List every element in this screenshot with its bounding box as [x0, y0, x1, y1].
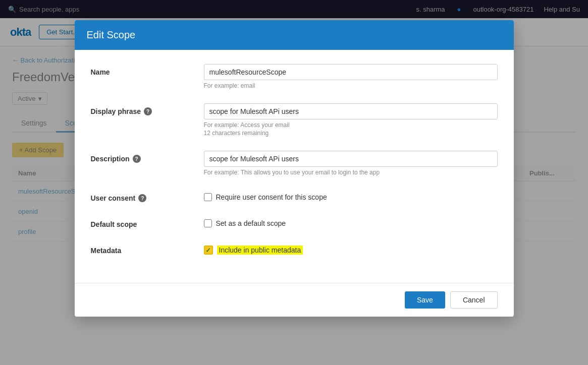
user-consent-checkbox[interactable]	[204, 193, 212, 201]
description-field: For example: This allows you to use your…	[204, 151, 498, 176]
description-help-icon[interactable]: ?	[133, 155, 141, 163]
display-phrase-hint1: For example: Access your email	[204, 121, 498, 129]
name-input[interactable]	[204, 64, 498, 80]
display-phrase-field-row: Display phrase ? For example: Access you…	[91, 103, 498, 137]
default-scope-checkbox-label: Set as a default scope	[216, 219, 286, 227]
name-field: For example: email	[204, 64, 498, 89]
metadata-label: Metadata	[91, 242, 192, 255]
default-scope-checkbox[interactable]	[204, 219, 212, 227]
description-label: Description ?	[91, 151, 192, 163]
display-phrase-label: Display phrase ?	[91, 103, 192, 115]
metadata-checkbox-row: Include in public metadata	[204, 242, 498, 255]
modal-header: Edit Scope	[75, 20, 514, 50]
edit-scope-modal: Edit Scope Name For example: email Displ…	[75, 20, 514, 317]
metadata-checkbox-label: Include in public metadata	[217, 246, 303, 254]
name-hint: For example: email	[204, 82, 498, 89]
cancel-button[interactable]: Cancel	[450, 291, 498, 309]
display-phrase-input[interactable]	[204, 103, 498, 119]
modal-title: Edit Scope	[87, 29, 136, 40]
metadata-checkbox[interactable]	[204, 246, 213, 255]
metadata-field: Include in public metadata	[204, 242, 498, 255]
user-consent-field: Require user consent for this scope	[204, 190, 498, 201]
name-label: Name	[91, 64, 192, 76]
save-button[interactable]: Save	[405, 291, 445, 309]
default-scope-checkbox-row: Set as a default scope	[204, 216, 498, 227]
description-input[interactable]	[204, 151, 498, 167]
display-phrase-field: For example: Access your email 12 charac…	[204, 103, 498, 137]
user-consent-label: User consent ?	[91, 190, 192, 202]
display-phrase-hint2: 12 characters remaining	[204, 130, 498, 137]
modal-footer: Save Cancel	[75, 283, 514, 317]
metadata-field-row: Metadata Include in public metadata	[91, 242, 498, 255]
default-scope-field-row: Default scope Set as a default scope	[91, 216, 498, 228]
user-consent-help-icon[interactable]: ?	[138, 194, 146, 202]
default-scope-label: Default scope	[91, 216, 192, 228]
description-field-row: Description ? For example: This allows y…	[91, 151, 498, 176]
modal-overlay: Edit Scope Name For example: email Displ…	[0, 0, 588, 365]
modal-body: Name For example: email Display phrase ?…	[75, 50, 514, 283]
user-consent-checkbox-row: Require user consent for this scope	[204, 190, 498, 201]
default-scope-field: Set as a default scope	[204, 216, 498, 227]
user-consent-checkbox-label: Require user consent for this scope	[216, 193, 327, 201]
display-phrase-help-icon[interactable]: ?	[144, 107, 152, 115]
description-hint: For example: This allows you to use your…	[204, 169, 498, 176]
name-field-row: Name For example: email	[91, 64, 498, 89]
user-consent-field-row: User consent ? Require user consent for …	[91, 190, 498, 202]
